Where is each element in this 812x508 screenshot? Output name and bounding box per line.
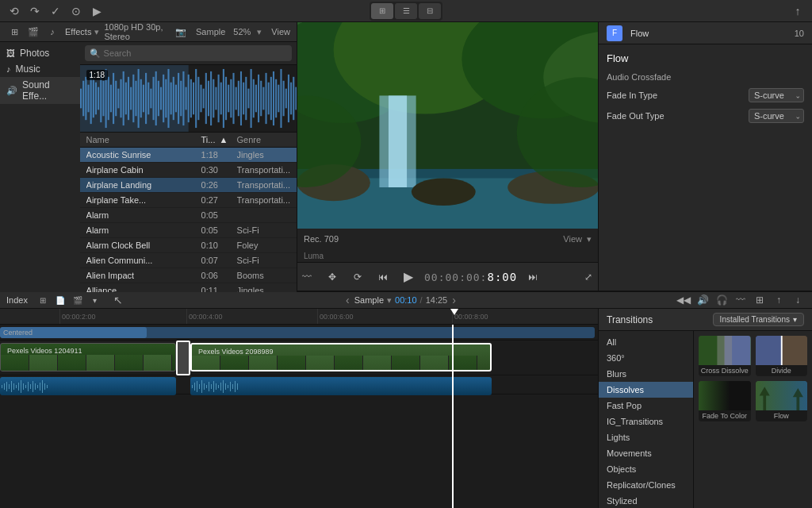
flow-svg <box>756 381 808 410</box>
sample-dropdown[interactable]: ▾ <box>387 295 392 306</box>
trans-category-5[interactable]: IG_Transitions <box>599 414 693 429</box>
play-icon[interactable]: ▶ <box>89 3 105 19</box>
trans-category-1[interactable]: 360° <box>599 350 693 366</box>
waveform-svg <box>80 65 297 132</box>
zoom-dropdown-icon[interactable]: ▾ <box>257 27 262 37</box>
sound-effects-icon: 🔊 <box>6 86 17 96</box>
split-view-btn[interactable]: ⊟ <box>419 3 441 19</box>
installed-transitions-btn[interactable]: Installed Transitions ▾ <box>713 313 804 326</box>
sound-list-row-5[interactable]: Alarm 0:05 Sci-Fi <box>80 223 297 238</box>
svg-rect-68 <box>247 89 249 109</box>
index-label[interactable]: Index <box>6 295 28 305</box>
sample-label-bottom[interactable]: Sample <box>354 295 384 305</box>
waveform-btn[interactable]: 〰 <box>297 267 316 287</box>
sound-search-bar[interactable]: 🔍 <box>85 45 292 61</box>
col-header-time[interactable]: Ti... ▲ <box>201 135 237 144</box>
fade-out-select[interactable]: S-curve Linear Ease In Ease Out <box>749 109 804 123</box>
sound-row-time-1: 0:30 <box>201 165 237 175</box>
col-header-genre[interactable]: Genre <box>237 135 290 144</box>
fullscreen-btn[interactable]: ⤢ <box>579 267 598 287</box>
prev-frame-btn[interactable]: ⏮ <box>373 267 393 287</box>
tick-1: 00:00:2:00 <box>59 309 96 324</box>
sound-list-row-2[interactable]: Airplane Landing 0:26 Transportati... <box>80 178 297 193</box>
trans-category-8[interactable]: Objects <box>599 461 693 477</box>
transitions-title: Transitions <box>607 314 653 325</box>
col-header-name[interactable]: Name <box>86 135 201 144</box>
svg-rect-140 <box>230 382 231 391</box>
sound-list-row-1[interactable]: Airplane Cabin 0:30 Transportati... <box>80 163 297 178</box>
thumb-frame-14 <box>392 356 420 371</box>
sound-list-row-3[interactable]: Airplane Take... 0:27 Transportati... <box>80 193 297 208</box>
speed-btn[interactable]: ⟳ <box>348 267 367 287</box>
trans-thumb-divide[interactable]: Divide <box>756 336 808 376</box>
arrow-right-btn[interactable]: › <box>452 294 456 306</box>
timeline-icon-1[interactable]: ⊞ <box>36 293 50 307</box>
thumb-frame-2 <box>29 355 58 371</box>
trans-category-2[interactable]: Blurs <box>599 366 693 382</box>
next-frame-btn[interactable]: ⏭ <box>523 267 542 287</box>
sidebar-item-music[interactable]: ♪ Music <box>0 61 80 77</box>
sidebar-item-photos[interactable]: 🖼 Photos <box>0 45 80 61</box>
timeline-icon-3[interactable]: 🎬 <box>71 293 85 307</box>
cursor-icon[interactable]: ↖ <box>110 292 126 308</box>
transform-btn[interactable]: ✥ <box>323 267 342 287</box>
audio-icon[interactable]: ◀◀ <box>676 292 691 308</box>
audio-clip-2[interactable] <box>190 377 492 395</box>
check-icon[interactable]: ✓ <box>48 3 63 19</box>
color-space-label: Rec. 709 <box>304 234 339 244</box>
sound-row-time-6: 0:10 <box>201 241 237 250</box>
svg-rect-75 <box>265 73 266 124</box>
headphone-icon[interactable]: 🎧 <box>714 292 730 308</box>
trans-category-0[interactable]: All <box>599 334 693 350</box>
trans-category-3[interactable]: Dissolves <box>599 382 693 398</box>
sound-list-row-7[interactable]: Alien Communi... 0:07 Sci-Fi <box>80 253 297 268</box>
speaker-icon[interactable]: 🔊 <box>695 292 710 308</box>
play-pause-btn[interactable]: ▶ <box>399 267 418 287</box>
sound-list-row-6[interactable]: Alarm Clock Bell 0:10 Foley <box>80 238 297 253</box>
trans-thumb-cross-dissolve[interactable]: Cross Dissolve <box>699 336 751 376</box>
export-icon[interactable]: ↑ <box>771 292 787 308</box>
thumb-frame-8 <box>220 356 249 371</box>
waveform-icon[interactable]: 〰 <box>733 292 749 308</box>
trans-category-4[interactable]: Fast Pop <box>599 398 693 414</box>
undo-icon[interactable]: ⟲ <box>6 3 22 19</box>
video-clip-1[interactable]: Pexels Videos 1204911 <box>0 343 176 371</box>
share-icon[interactable]: ↑ <box>790 3 806 19</box>
trans-thumb-fade-to-color[interactable]: Fade To Color <box>699 381 751 421</box>
arrow-left-btn[interactable]: ‹ <box>346 294 350 306</box>
grid-view-btn[interactable]: ⊞ <box>371 3 393 19</box>
redo-icon[interactable]: ↷ <box>27 3 43 19</box>
view-label[interactable]: View <box>271 27 290 37</box>
view-label[interactable]: View <box>563 234 582 244</box>
target-icon[interactable]: ⊙ <box>68 3 84 19</box>
film-icon[interactable]: 🎬 <box>25 24 41 40</box>
sidebar-item-sound-effects[interactable]: 🔊 Sound Effe... <box>0 77 80 104</box>
svg-rect-46 <box>193 83 194 115</box>
trans-category-9[interactable]: Replicator/Clones <box>599 477 693 493</box>
sound-search-input[interactable] <box>104 48 167 58</box>
timeline-area: 00:00:2:00 00:00:4:00 00:00:6:00 00:00:8… <box>0 309 812 508</box>
trans-category-7[interactable]: Movements <box>599 445 693 461</box>
trans-thumb-flow[interactable]: Flow <box>756 381 808 421</box>
sound-list-row-0[interactable]: Acoustic Sunrise 1:18 Jingles <box>80 148 297 163</box>
list-view-btn[interactable]: ☰ <box>395 3 417 19</box>
timeline-icon-4[interactable]: ▾ <box>88 293 102 307</box>
grid-icon-2[interactable]: ⊞ <box>752 292 768 308</box>
sound-list-row-8[interactable]: Alien Impact 0:06 Booms <box>80 268 297 283</box>
timeline-icon-2[interactable]: 📄 <box>53 293 67 307</box>
trans-category-10[interactable]: Stylized <box>599 493 693 508</box>
cross-dissolve-img <box>699 336 751 365</box>
fade-in-select[interactable]: S-curve Linear Ease In Ease Out <box>749 88 804 102</box>
sound-list-row-4[interactable]: Alarm 0:05 <box>80 208 297 223</box>
thumb-frame-10 <box>278 356 306 371</box>
effects-dropdown-icon[interactable]: ▾ <box>94 27 99 37</box>
trans-category-6[interactable]: Lights <box>599 429 693 445</box>
view-dropdown-icon[interactable]: ▾ <box>587 234 592 244</box>
transition-marker[interactable] <box>176 341 190 375</box>
music-note-icon[interactable]: ♪ <box>44 24 60 40</box>
audio-clip-1[interactable] <box>0 377 176 395</box>
import-icon[interactable]: ↓ <box>790 292 806 308</box>
grid-icon[interactable]: ⊞ <box>6 24 22 40</box>
video-clip-2[interactable]: Pexels Videos 2098989 <box>190 343 492 371</box>
svg-rect-109 <box>13 383 14 390</box>
